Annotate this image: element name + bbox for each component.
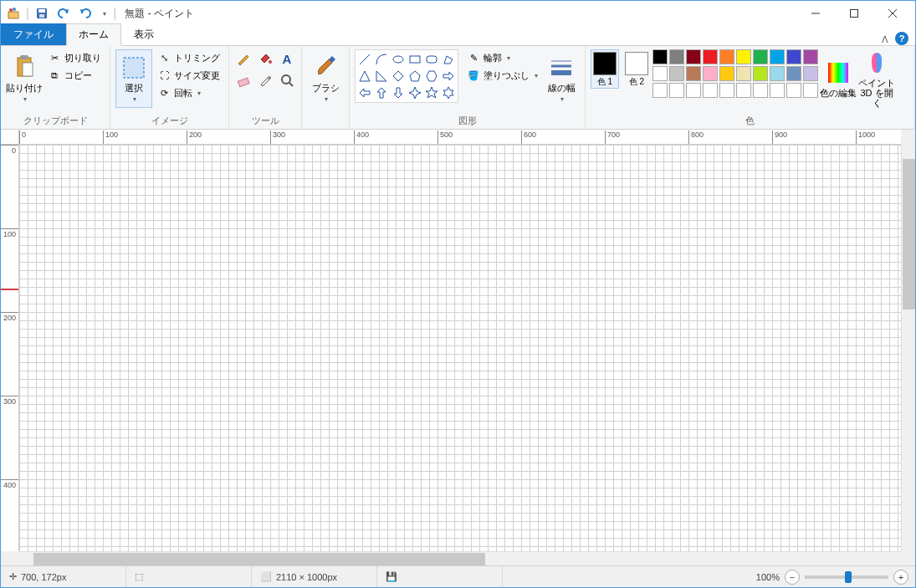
shape-gallery[interactable] [355, 49, 458, 103]
statusbar: ✛ 700, 172px ⬚ ⬜ 2110 × 1000px 💾 100% − … [1, 565, 915, 587]
app-icon[interactable] [4, 4, 23, 23]
width-button[interactable]: 線の幅 [543, 49, 580, 108]
shape-right-triangle[interactable] [374, 69, 389, 84]
shape-arrow-left[interactable] [357, 85, 372, 100]
zoom-slider[interactable] [805, 575, 888, 579]
svg-rect-22 [427, 56, 437, 63]
shape-arrow-right[interactable] [441, 69, 456, 84]
magnifier-tool[interactable] [278, 71, 296, 89]
scrollbar-thumb-h[interactable] [33, 553, 485, 565]
text-tool[interactable]: A [278, 49, 296, 68]
outline-button[interactable]: ✎輪郭 [463, 49, 541, 66]
shape-oval[interactable] [391, 52, 406, 67]
palette-swatch[interactable] [686, 49, 701, 64]
palette-swatch[interactable] [770, 49, 785, 64]
tab-view[interactable]: 表示 [121, 23, 166, 45]
fill-button[interactable]: 🪣塗りつぶし [463, 67, 541, 84]
svg-marker-31 [377, 88, 386, 98]
qat-customize-icon[interactable] [98, 4, 110, 23]
paste-button[interactable]: 貼り付け [6, 49, 43, 108]
palette-swatch[interactable] [719, 66, 734, 81]
palette-swatch[interactable] [736, 49, 751, 64]
scrollbar-vertical[interactable] [901, 145, 915, 551]
palette-swatch[interactable] [719, 49, 734, 64]
shape-polygon[interactable] [441, 52, 456, 67]
palette-swatch[interactable] [753, 66, 768, 81]
shape-arrow-down[interactable] [391, 85, 406, 100]
svg-marker-29 [443, 72, 453, 80]
color-1-button[interactable]: 色 1 [591, 49, 619, 89]
brush-button[interactable]: ブラシ [307, 49, 344, 108]
shape-curve[interactable] [374, 52, 389, 67]
scrollbar-horizontal[interactable] [19, 551, 901, 565]
palette-swatch-empty[interactable] [736, 83, 751, 98]
color-2-button[interactable]: 色 2 [622, 49, 651, 89]
save-icon[interactable] [33, 4, 51, 23]
palette-swatch-empty[interactable] [686, 83, 701, 98]
palette-swatch-empty[interactable] [786, 83, 801, 98]
scrollbar-thumb-v[interactable] [903, 159, 915, 309]
palette-swatch[interactable] [736, 66, 751, 81]
palette-swatch[interactable] [669, 66, 684, 81]
palette-swatch[interactable] [652, 49, 668, 64]
fill-tool[interactable] [256, 49, 274, 68]
shape-star6[interactable] [441, 85, 456, 100]
redo-icon[interactable] [76, 4, 95, 23]
close-button[interactable] [873, 1, 912, 26]
palette-swatch[interactable] [703, 49, 718, 64]
palette-swatch[interactable] [803, 49, 818, 64]
collapse-ribbon-icon[interactable]: ᐱ [882, 34, 888, 45]
palette-swatch[interactable] [669, 49, 684, 64]
crop-button[interactable]: ⤡トリミング [154, 49, 223, 66]
crop-icon: ⤡ [157, 51, 171, 64]
shape-roundrect[interactable] [424, 52, 439, 67]
shape-rect[interactable] [407, 52, 422, 67]
group-shapes: ✎輪郭 🪣塗りつぶし 線の幅 図形 [350, 46, 586, 129]
canvas[interactable] [19, 145, 901, 551]
pencil-tool[interactable] [234, 49, 253, 68]
help-icon[interactable]: ? [895, 32, 908, 45]
paint3d-button[interactable]: ペイント 3D を開く [858, 49, 895, 108]
shape-star5[interactable] [424, 85, 439, 100]
palette-swatch[interactable] [770, 66, 785, 81]
maximize-button[interactable] [835, 1, 873, 26]
palette-swatch[interactable] [686, 66, 701, 81]
scissors-icon: ✂ [48, 51, 61, 64]
palette-swatch[interactable] [652, 66, 668, 81]
tab-home[interactable]: ホーム [66, 23, 121, 46]
zoom-in-button[interactable]: + [893, 570, 908, 585]
picker-tool[interactable] [256, 71, 274, 89]
shape-hexagon[interactable] [424, 69, 439, 84]
undo-icon[interactable] [54, 4, 73, 23]
palette-swatch[interactable] [786, 49, 801, 64]
shape-arrow-up[interactable] [374, 85, 389, 100]
select-button[interactable]: 選択 [115, 49, 152, 108]
palette-swatch-empty[interactable] [719, 83, 734, 98]
shape-triangle[interactable] [357, 69, 372, 84]
copy-button[interactable]: ⧉コピー [44, 67, 105, 84]
palette-swatch[interactable] [703, 66, 718, 81]
shape-star4[interactable] [407, 85, 422, 100]
cut-button[interactable]: ✂切り取り [44, 49, 105, 66]
rotate-button[interactable]: ⟳回転 [154, 84, 223, 101]
palette-swatch-empty[interactable] [652, 83, 668, 98]
quick-access-toolbar: | | [4, 4, 116, 23]
palette-swatch-empty[interactable] [753, 83, 768, 98]
tab-file[interactable]: ファイル [1, 23, 66, 45]
shape-line[interactable] [357, 52, 372, 67]
palette-swatch-empty[interactable] [770, 83, 785, 98]
shape-diamond[interactable] [391, 69, 406, 84]
resize-button[interactable]: ⛶サイズ変更 [154, 67, 223, 84]
palette-swatch[interactable] [803, 66, 818, 81]
palette-swatch-empty[interactable] [803, 83, 818, 98]
palette-swatch-empty[interactable] [703, 83, 718, 98]
edit-colors-button[interactable]: 色の編集 [820, 49, 857, 108]
shape-pentagon[interactable] [407, 69, 422, 84]
minimize-button[interactable] [796, 1, 835, 26]
palette-swatch[interactable] [753, 49, 768, 64]
zoom-thumb[interactable] [845, 571, 852, 583]
eraser-tool[interactable] [234, 71, 253, 89]
palette-swatch-empty[interactable] [669, 83, 684, 98]
zoom-out-button[interactable]: − [785, 570, 800, 585]
palette-swatch[interactable] [786, 66, 801, 81]
